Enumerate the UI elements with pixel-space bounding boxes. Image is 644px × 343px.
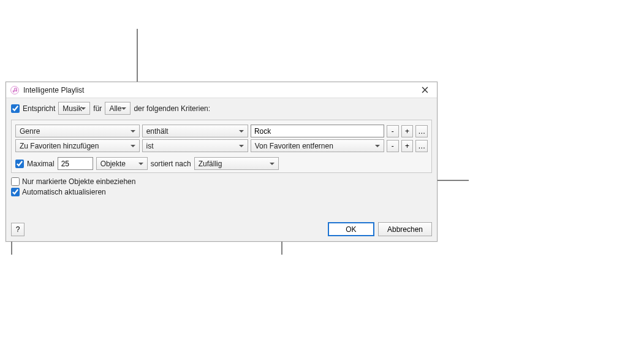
- rule-field-value: Genre: [20, 127, 40, 136]
- svg-point-0: [11, 86, 19, 94]
- match-source-select[interactable]: Musik: [58, 102, 90, 115]
- limit-unit-select[interactable]: Objekte: [96, 157, 148, 170]
- close-icon: [422, 85, 428, 95]
- limit-amount-input[interactable]: [58, 157, 93, 170]
- match-scope-value: Alle: [109, 104, 121, 113]
- only-checked-checkbox[interactable]: [11, 177, 20, 186]
- window-title: Intelligente Playlist: [23, 86, 84, 94]
- itunes-icon: [10, 85, 20, 95]
- ok-button[interactable]: OK: [328, 222, 374, 236]
- limit-label: Maximal: [27, 160, 55, 168]
- close-button[interactable]: [412, 82, 437, 98]
- rules-box: Genre enthält - + … Zu Favoriten hinzufü…: [11, 120, 432, 173]
- help-button[interactable]: ?: [11, 223, 25, 236]
- rule-more-button[interactable]: …: [415, 140, 428, 152]
- remove-rule-button[interactable]: -: [387, 140, 399, 152]
- rule-value-select[interactable]: Von Favoriten entfernen: [251, 139, 384, 152]
- match-row: Entspricht Musik für Alle der folgenden …: [6, 98, 437, 120]
- rule-value-input[interactable]: [251, 125, 384, 137]
- options-area: Nur markierte Objekte einbeziehen Automa…: [6, 173, 437, 196]
- add-rule-button[interactable]: +: [401, 140, 414, 152]
- rule-row: Genre enthält - + …: [15, 125, 428, 137]
- match-label: Entspricht: [23, 104, 55, 113]
- rule-field-select[interactable]: Zu Favoriten hinzufügen: [15, 139, 140, 152]
- rule-value-value: Von Favoriten entfernen: [255, 142, 333, 150]
- match-join-label: für: [93, 104, 102, 113]
- sort-value: Zufällig: [199, 160, 222, 168]
- rule-op-value: ist: [146, 142, 154, 150]
- cancel-button[interactable]: Abbrechen: [378, 222, 432, 236]
- rule-more-button[interactable]: …: [415, 125, 428, 137]
- limit-row: Maximal Objekte sortiert nach Zufällig: [15, 157, 428, 170]
- sort-select[interactable]: Zufällig: [194, 157, 279, 170]
- match-suffix-label: der folgenden Kriterien:: [134, 104, 210, 113]
- smart-playlist-dialog: Intelligente Playlist Entspricht Musik f…: [6, 82, 438, 242]
- limit-checkbox[interactable]: [15, 160, 24, 168]
- rule-field-value: Zu Favoriten hinzufügen: [20, 142, 99, 150]
- match-scope-select[interactable]: Alle: [105, 102, 131, 115]
- rule-op-select[interactable]: enthält: [142, 125, 248, 137]
- rule-row: Zu Favoriten hinzufügen ist Von Favorite…: [15, 139, 428, 152]
- add-rule-button[interactable]: +: [401, 125, 414, 137]
- dialog-footer: ? OK Abbrechen: [11, 222, 432, 236]
- rule-field-select[interactable]: Genre: [15, 125, 140, 137]
- match-source-value: Musik: [63, 104, 81, 113]
- only-checked-label: Nur markierte Objekte einbeziehen: [22, 177, 135, 186]
- rule-op-select[interactable]: ist: [142, 139, 248, 152]
- sort-label: sortiert nach: [151, 160, 191, 168]
- limit-unit-value: Objekte: [100, 160, 126, 168]
- live-update-checkbox[interactable]: [11, 188, 20, 196]
- match-checkbox[interactable]: [11, 104, 20, 113]
- live-update-label: Automatisch aktualisieren: [22, 188, 106, 196]
- titlebar: Intelligente Playlist: [6, 82, 437, 98]
- remove-rule-button[interactable]: -: [387, 125, 399, 137]
- rule-op-value: enthält: [146, 127, 169, 136]
